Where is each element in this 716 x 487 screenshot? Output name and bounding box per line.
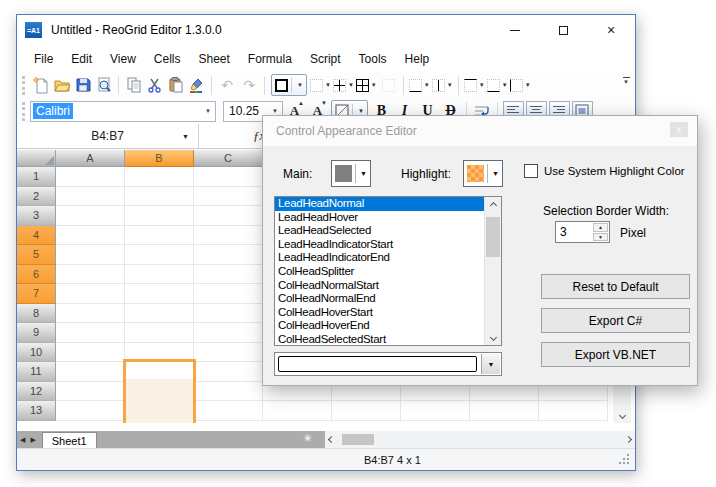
spin-up-button[interactable]: ▲ <box>593 223 608 232</box>
cell-c2[interactable] <box>194 187 263 207</box>
title-bar[interactable]: =A1 Untitled - ReoGrid Editor 1.3.0.0 × <box>17 15 635 45</box>
cell-c9[interactable] <box>194 323 263 343</box>
cell-a2[interactable] <box>56 187 125 207</box>
list-item-leadheadindicatorstart[interactable]: LeadHeadIndicatorStart <box>275 238 484 252</box>
cell-e13[interactable] <box>332 401 401 421</box>
highlight-color-picker[interactable]: ▼ <box>463 160 503 187</box>
dropdown-icon[interactable]: ▼ <box>424 82 430 88</box>
dropdown-icon[interactable]: ▼ <box>325 82 331 88</box>
dropdown-icon[interactable]: ▼ <box>358 108 364 114</box>
menu-view[interactable]: View <box>101 48 145 70</box>
reset-to-default-button[interactable]: Reset to Default <box>541 274 690 299</box>
next-sheet-icon[interactable]: ▶ <box>30 436 35 444</box>
list-item-colheadhoverstart[interactable]: ColHeadHoverStart <box>275 306 484 320</box>
list-scrollbar[interactable] <box>484 197 501 345</box>
cell-b7[interactable] <box>125 284 194 304</box>
new-file-button[interactable] <box>30 73 51 97</box>
maximize-button[interactable] <box>539 15 587 45</box>
row-header-8[interactable]: 8 <box>17 304 56 324</box>
cell-b4[interactable] <box>125 226 194 246</box>
open-file-button[interactable] <box>51 73 72 97</box>
cell-h13[interactable] <box>539 401 608 421</box>
scroll-up-icon[interactable] <box>485 197 501 213</box>
cell-a11[interactable] <box>56 362 125 382</box>
row-header-12[interactable]: 12 <box>17 382 56 402</box>
dropdown-icon[interactable]: ▼ <box>492 170 499 177</box>
list-item-colheadsplitter[interactable]: ColHeadSplitter <box>275 265 484 279</box>
cell-a10[interactable] <box>56 343 125 363</box>
cell-c4[interactable] <box>194 226 263 246</box>
cell-a6[interactable] <box>56 265 125 285</box>
cut-button[interactable] <box>144 73 165 97</box>
list-item-leadheadnormal[interactable]: LeadHeadNormal <box>275 197 484 211</box>
cell-a3[interactable] <box>56 206 125 226</box>
toolbar-drag-handle[interactable] <box>22 76 25 95</box>
save-button[interactable] <box>72 73 93 97</box>
border-inside-button[interactable]: ▼ <box>332 73 355 97</box>
border-bottom-button[interactable]: ▼ <box>408 73 431 97</box>
cell-selection[interactable] <box>123 359 196 423</box>
list-item-colheadselectedstart[interactable]: ColHeadSelectedStart <box>275 333 484 346</box>
cell-c3[interactable] <box>194 206 263 226</box>
format-painter-button[interactable] <box>186 73 207 97</box>
cell-b5[interactable] <box>125 245 194 265</box>
row-header-9[interactable]: 9 <box>17 323 56 343</box>
cell-c5[interactable] <box>194 245 263 265</box>
dropdown-icon[interactable]: ▼ <box>502 82 508 88</box>
menu-edit[interactable]: Edit <box>62 48 101 70</box>
chevron-down-icon[interactable]: ▼ <box>182 133 189 140</box>
row-header-13[interactable]: 13 <box>17 401 56 421</box>
scroll-down-icon[interactable] <box>485 329 501 345</box>
list-item-leadheadhover[interactable]: LeadHeadHover <box>275 211 484 225</box>
cell-a12[interactable] <box>56 382 125 402</box>
list-item-leadheadselected[interactable]: LeadHeadSelected <box>275 224 484 238</box>
export-csharp-button[interactable]: Export C# <box>541 308 690 333</box>
row-header-2[interactable]: 2 <box>17 187 56 207</box>
horizontal-scroll-thumb[interactable] <box>342 434 374 445</box>
cell-c1[interactable] <box>194 167 263 187</box>
cell-c7[interactable] <box>194 284 263 304</box>
menu-file[interactable]: File <box>25 48 62 70</box>
cell-b2[interactable] <box>125 187 194 207</box>
toolbar-overflow-button[interactable]: ▼ <box>620 77 632 85</box>
border-horizontal-button[interactable]: ▼ <box>486 73 509 97</box>
cell-b6[interactable] <box>125 265 194 285</box>
list-item-leadheadindicatorend[interactable]: LeadHeadIndicatorEnd <box>275 251 484 265</box>
border-outline-button[interactable]: ▼ <box>271 74 307 96</box>
border-width-input[interactable]: 3 ▲ ▼ <box>555 221 610 243</box>
scroll-down-icon[interactable] <box>618 412 625 419</box>
row-header-1[interactable]: 1 <box>17 167 56 187</box>
name-box[interactable]: B4:B7 ▼ <box>17 124 199 148</box>
dropdown-icon[interactable]: ▼ <box>297 82 303 88</box>
print-preview-button[interactable] <box>93 73 114 97</box>
cell-c12[interactable] <box>194 382 263 402</box>
paste-button[interactable] <box>165 73 186 97</box>
minimize-button[interactable] <box>491 15 539 45</box>
row-header-7[interactable]: 7 <box>17 284 56 304</box>
cell-a9[interactable] <box>56 323 125 343</box>
horizontal-scrollbar[interactable] <box>325 431 635 448</box>
font-name-combo[interactable]: Calibri ▼ <box>30 101 216 122</box>
appearance-item-list[interactable]: LeadHeadNormalLeadHeadHoverLeadHeadSelec… <box>274 196 502 346</box>
column-header-b[interactable]: B <box>125 150 194 167</box>
border-outside-button[interactable]: ▼ <box>309 73 332 97</box>
row-header-5[interactable]: 5 <box>17 245 56 265</box>
cell-f13[interactable] <box>401 401 470 421</box>
copy-button[interactable] <box>123 73 144 97</box>
cell-c10[interactable] <box>194 343 263 363</box>
list-item-colheadnormalend[interactable]: ColHeadNormalEnd <box>275 292 484 306</box>
dropdown-icon[interactable]: ▼ <box>525 82 531 88</box>
cell-d13[interactable] <box>263 401 332 421</box>
cell-b1[interactable] <box>125 167 194 187</box>
menu-formula[interactable]: Formula <box>239 48 301 70</box>
border-all-button[interactable]: ▼ <box>355 73 378 97</box>
export-vbnet-button[interactable]: Export VB.NET <box>541 342 690 367</box>
row-header-10[interactable]: 10 <box>17 343 56 363</box>
border-left-button[interactable]: ▼ <box>509 73 532 97</box>
border-top-button[interactable]: ▼ <box>463 73 486 97</box>
dropdown-icon[interactable]: ▼ <box>479 82 485 88</box>
close-button[interactable]: × <box>587 15 635 45</box>
cell-a13[interactable] <box>56 401 125 421</box>
cell-a8[interactable] <box>56 304 125 324</box>
scroll-right-icon[interactable] <box>625 436 632 443</box>
